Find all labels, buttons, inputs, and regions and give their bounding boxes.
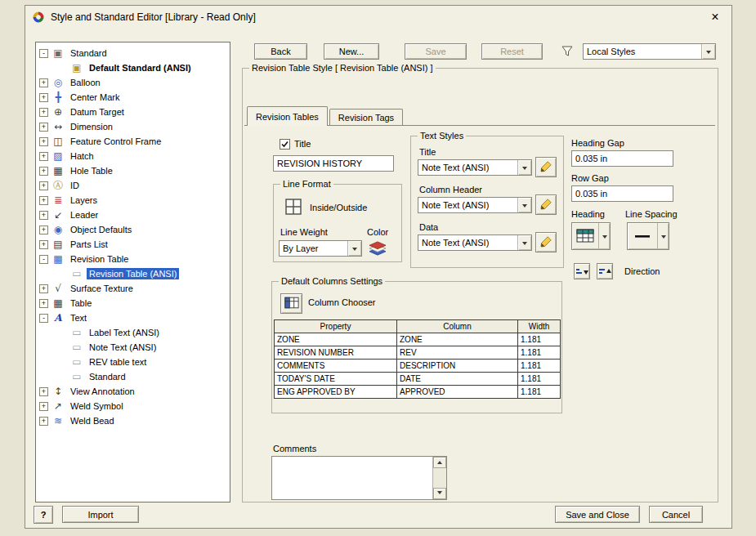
style-filter-select[interactable]: Local Styles — [583, 43, 716, 60]
scroll-up-icon[interactable] — [433, 457, 446, 468]
filter-funnel-icon[interactable] — [561, 45, 574, 58]
center-mark-icon: ╋ — [51, 91, 65, 104]
cancel-button[interactable]: Cancel — [649, 506, 703, 523]
tree-item-note-text-ansi[interactable]: ▭ Note Text (ANSI) — [36, 340, 230, 355]
expand-icon[interactable]: + — [39, 93, 48, 102]
expand-icon[interactable]: + — [39, 284, 48, 293]
tree-item-leader[interactable]: + ↙ Leader — [36, 208, 230, 222]
new-button[interactable]: New... — [324, 43, 379, 60]
tab-revision-tags[interactable]: Revision Tags — [329, 109, 403, 125]
tree-item-id[interactable]: + Ⓐ ID — [36, 178, 230, 193]
tree-item-balloon[interactable]: + ◎ Balloon — [36, 75, 230, 90]
balloon-icon: ◎ — [51, 76, 65, 89]
title-style-select[interactable]: Note Text (ANSI) — [418, 159, 532, 176]
table-row[interactable]: REVISION NUMBER REV 1.181 — [275, 346, 561, 360]
expand-icon[interactable]: + — [39, 167, 48, 176]
tree-item-rev-table-text[interactable]: ▭ REV table text — [36, 355, 230, 369]
tree-item-standard[interactable]: - ▣ Standard — [36, 46, 230, 60]
expand-icon[interactable]: + — [39, 226, 48, 234]
tree-item-text[interactable]: - A Text — [36, 310, 230, 325]
expand-icon[interactable]: + — [39, 137, 48, 146]
edit-column-header-style-button[interactable] — [535, 194, 557, 215]
expand-icon[interactable]: + — [39, 196, 48, 205]
help-button[interactable]: ? — [34, 506, 53, 524]
close-button[interactable]: × — [705, 8, 725, 26]
data-style-select[interactable]: Note Text (ANSI) — [418, 234, 532, 251]
collapse-icon[interactable]: - — [39, 314, 48, 323]
comments-input[interactable] — [272, 457, 432, 499]
line-weight-select[interactable]: By Layer — [279, 240, 362, 257]
title-checkbox[interactable] — [280, 139, 290, 150]
tree-item-revision-table[interactable]: - ▦ Revision Table — [36, 252, 230, 266]
expand-icon[interactable]: + — [39, 387, 48, 396]
line-spacing-dropdown[interactable] — [627, 222, 669, 250]
expand-icon[interactable]: + — [39, 78, 48, 87]
collapse-icon[interactable]: - — [39, 255, 48, 264]
tree-item-label-text-ansi[interactable]: ▭ Label Text (ANSI) — [36, 325, 230, 340]
expand-icon[interactable]: + — [39, 123, 48, 132]
tree-item-dimension[interactable]: + ↔ Dimension — [36, 119, 230, 134]
comments-label: Comments — [273, 444, 316, 453]
tree-item-surface-texture[interactable]: + √ Surface Texture — [36, 281, 230, 296]
edit-title-style-button[interactable] — [535, 157, 557, 177]
style-editor-window: Style and Standard Editor [Library - Rea… — [25, 5, 732, 529]
save-button[interactable]: Save — [405, 43, 467, 60]
edit-data-style-button[interactable] — [535, 232, 557, 252]
heading-position-dropdown[interactable] — [571, 222, 611, 250]
heading-gap-input[interactable] — [571, 150, 673, 167]
expand-icon[interactable]: + — [39, 402, 48, 411]
tree-item-hatch[interactable]: + ▨ Hatch — [36, 149, 230, 163]
column-chooser-button[interactable] — [280, 293, 302, 314]
tree-item-weld-symbol[interactable]: + ↗ Weld Symbol — [36, 399, 230, 413]
table-row[interactable]: ZONE ZONE 1.181 — [275, 333, 561, 346]
tree-item-default-standard-ansi[interactable]: ▣ Default Standard (ANSI) — [36, 60, 230, 75]
comments-scrollbar[interactable] — [432, 457, 446, 499]
color-by-layer-button[interactable] — [367, 240, 388, 258]
tree-item-revision-table-ansi[interactable]: ▭ Revision Table (ANSI) — [36, 266, 230, 281]
data-style-label: Data — [419, 222, 438, 232]
direction-up-button[interactable] — [597, 263, 613, 279]
table-row[interactable]: ENG APPROVED BY APPROVED 1.181 — [275, 386, 561, 399]
collapse-icon[interactable]: - — [39, 49, 48, 58]
table-row[interactable]: COMMENTS DESCRIPTION 1.181 — [275, 360, 561, 373]
expand-icon[interactable]: + — [39, 181, 48, 190]
expand-icon[interactable]: + — [39, 152, 48, 161]
tree-item-datum-target[interactable]: + ⊕ Datum Target — [36, 105, 230, 119]
tree-item-center-mark[interactable]: + ╋ Center Mark — [36, 90, 230, 105]
column-header-style-select[interactable]: Note Text (ANSI) — [418, 197, 532, 213]
direction-down-button[interactable] — [574, 263, 590, 279]
tree-item-parts-list[interactable]: + ▤ Parts List — [36, 237, 230, 252]
style-item-icon: ▭ — [70, 370, 83, 383]
column-header-style-label: Column Header — [419, 185, 482, 194]
line-spacing-icon — [628, 223, 657, 249]
tree-item-text-standard[interactable]: ▭ Standard — [36, 369, 230, 384]
table-row[interactable]: TODAY'S DATE DATE 1.181 — [275, 373, 561, 386]
expand-icon[interactable]: + — [39, 108, 48, 117]
back-button[interactable]: Back — [254, 43, 307, 60]
tree-item-label: Object Defaults — [68, 224, 134, 235]
standard-icon: ▣ — [51, 47, 65, 60]
tree-item-hole-table[interactable]: + ▦ Hole Table — [36, 163, 230, 178]
tree-item-weld-bead[interactable]: + ≋ Weld Bead — [36, 413, 230, 428]
expand-icon[interactable]: + — [39, 417, 48, 426]
tree-item-view-annotation[interactable]: + ↕ View Annotation — [36, 384, 230, 399]
expand-icon[interactable]: + — [39, 211, 48, 220]
tree-item-layers[interactable]: + ≣ Layers — [36, 193, 230, 208]
tree-item-table[interactable]: + ▦ Table — [36, 296, 230, 310]
row-gap-input[interactable] — [571, 185, 673, 202]
cell-width: 1.181 — [518, 360, 561, 373]
tree-item-object-defaults[interactable]: + ◉ Object Defaults — [36, 222, 230, 237]
tree-item-feature-control-frame[interactable]: + ◫ Feature Control Frame — [36, 134, 230, 149]
hatch-icon: ▨ — [51, 150, 65, 163]
style-item-icon: ▭ — [70, 326, 83, 339]
tab-revision-tables[interactable]: Revision Tables — [247, 106, 328, 126]
scroll-down-icon[interactable] — [433, 488, 446, 499]
reset-button[interactable]: Reset — [481, 43, 543, 60]
expand-icon[interactable]: + — [39, 299, 48, 308]
expand-icon[interactable]: + — [39, 240, 48, 249]
import-button[interactable]: Import — [62, 506, 139, 523]
title-text-input[interactable] — [273, 155, 394, 172]
save-and-close-button[interactable]: Save and Close — [555, 506, 640, 523]
tree-item-label: Standard — [68, 47, 110, 59]
cell-property: REVISION NUMBER — [275, 346, 397, 360]
